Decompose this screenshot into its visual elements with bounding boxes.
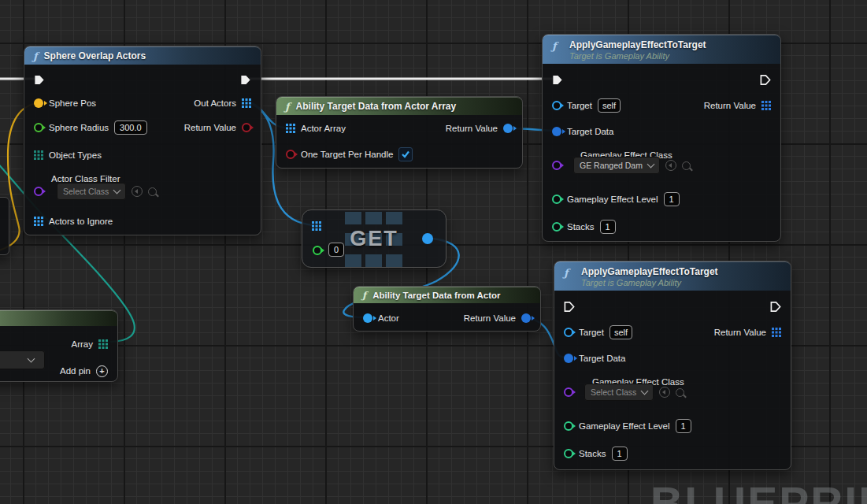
exec-out-pin[interactable]: [760, 74, 771, 86]
sphere-radius-pin[interactable]: [34, 123, 43, 132]
out-actors-label: Out Actors: [194, 98, 236, 108]
array-output-pin[interactable]: [98, 339, 108, 349]
one-target-per-handle-label: One Target Per Handle: [301, 150, 393, 159]
gameplay-effect-level-label: Gameplay Effect Level: [579, 421, 670, 431]
target-data-label: Target Data: [579, 354, 625, 363]
node-title: ApplyGameplayEffectToTarget: [569, 39, 706, 50]
stacks-input[interactable]: 1: [612, 447, 628, 461]
target-input[interactable]: self: [598, 98, 621, 113]
effect-class-value: GE Ranged Dam: [580, 161, 643, 170]
class-picker-dropdown[interactable]: Select Class: [57, 183, 126, 200]
chevron-down-icon: [28, 355, 35, 363]
out-actors-pin[interactable]: [242, 98, 251, 108]
object-types-pin[interactable]: [34, 150, 43, 160]
target-data-label: Target Data: [567, 127, 613, 136]
function-icon: ƒ: [564, 268, 569, 278]
target-input[interactable]: self: [609, 325, 632, 339]
node-header[interactable]: [0, 310, 117, 326]
index-input[interactable]: 0: [328, 243, 344, 257]
exec-out-pin[interactable]: [240, 74, 251, 86]
sphere-pos-label: Sphere Pos: [49, 98, 96, 108]
return-value-pin[interactable]: [761, 101, 771, 110]
node-ability-target-data-from-actor-array[interactable]: ƒ Ability Target Data from Actor Array A…: [276, 96, 523, 169]
node-header[interactable]: ƒ Ability Target Data from Actor: [354, 287, 540, 303]
function-icon: ƒ: [552, 41, 557, 51]
offscreen-node-fragment[interactable]: [0, 197, 9, 255]
stacks-pin[interactable]: [552, 222, 561, 232]
stacks-label: Stacks: [579, 449, 606, 458]
return-value-label: Return Value: [464, 313, 516, 323]
reset-to-default-icon[interactable]: [659, 387, 670, 398]
node-subtitle: Target is Gameplay Ability: [569, 51, 669, 61]
array-input-pin[interactable]: [312, 221, 321, 231]
one-target-per-handle-pin[interactable]: [286, 150, 295, 159]
actors-to-ignore-label: Actors to Ignore: [49, 217, 113, 226]
effect-class-dropdown[interactable]: Select Class: [584, 384, 654, 401]
blueprint-graph-canvas[interactable]: { "glyphs": { "function_icon": "ƒ", "plu…: [0, 0, 867, 504]
return-value-pin[interactable]: [772, 328, 781, 337]
reset-to-default-icon[interactable]: [665, 160, 676, 171]
gameplay-effect-level-label: Gameplay Effect Level: [567, 195, 658, 204]
return-value-label: Return Value: [446, 124, 498, 133]
actor-array-pin[interactable]: [286, 124, 295, 133]
browse-asset-icon[interactable]: [676, 388, 684, 397]
target-data-pin[interactable]: [564, 354, 573, 363]
element-output-pin[interactable]: [422, 233, 433, 244]
one-target-per-handle-checkbox[interactable]: [398, 147, 413, 161]
stacks-input[interactable]: 1: [600, 220, 616, 234]
node-apply-gameplay-effect-to-target-top[interactable]: ƒ ApplyGameplayEffectToTarget Target is …: [542, 34, 781, 242]
browse-asset-icon[interactable]: [148, 187, 157, 196]
node-header[interactable]: ƒ Sphere Overlap Actors: [24, 46, 261, 65]
function-icon: ƒ: [33, 51, 38, 61]
return-value-pin[interactable]: [503, 124, 513, 133]
node-title: Sphere Overlap Actors: [44, 50, 146, 61]
gameplay-effect-level-input[interactable]: 1: [676, 419, 691, 433]
node-header[interactable]: ƒ ApplyGameplayEffectToTarget Target is …: [554, 261, 791, 291]
sphere-pos-pin[interactable]: [34, 98, 43, 108]
chevron-down-icon: [641, 387, 649, 395]
browse-asset-icon[interactable]: [682, 161, 691, 170]
gameplay-effect-level-input[interactable]: 1: [664, 192, 680, 206]
stacks-pin[interactable]: [564, 449, 573, 458]
return-value-pin[interactable]: [521, 313, 531, 323]
node-apply-gameplay-effect-to-target-bottom[interactable]: ƒ ApplyGameplayEffectToTarget Target is …: [554, 261, 791, 470]
add-pin-icon[interactable]: +: [96, 365, 108, 377]
actor-array-label: Actor Array: [301, 124, 346, 133]
array-output-label: Array: [72, 339, 93, 349]
sphere-radius-label: Sphere Radius: [49, 123, 109, 132]
actor-pin[interactable]: [363, 313, 372, 323]
exec-in-pin[interactable]: [552, 74, 563, 86]
node-header[interactable]: ƒ Ability Target Data from Actor Array: [276, 97, 522, 115]
sphere-radius-input[interactable]: 300.0: [114, 120, 147, 135]
return-value-label: Return Value: [184, 123, 236, 132]
node-array-get[interactable]: GET 0: [302, 209, 446, 268]
array-node-pattern: [345, 212, 361, 224]
exec-in-pin[interactable]: [564, 301, 575, 313]
target-label: Target: [579, 328, 604, 337]
target-pin[interactable]: [564, 328, 573, 337]
gameplay-effect-level-pin[interactable]: [564, 421, 573, 431]
function-icon: ƒ: [362, 291, 366, 300]
exec-in-pin[interactable]: [34, 74, 45, 86]
effect-class-dropdown[interactable]: GE Ranged Dam: [573, 157, 660, 174]
gameplay-effect-class-pin[interactable]: [564, 387, 573, 397]
check-icon: [401, 150, 410, 159]
return-value-pin[interactable]: [242, 123, 251, 132]
gameplay-effect-level-pin[interactable]: [552, 195, 561, 204]
node-ability-target-data-from-actor[interactable]: ƒ Ability Target Data from Actor Actor R…: [353, 286, 541, 332]
index-pin[interactable]: [313, 246, 322, 255]
node-make-array[interactable]: Array Add pin +: [0, 309, 118, 382]
target-data-pin[interactable]: [552, 127, 561, 136]
node-header[interactable]: ƒ ApplyGameplayEffectToTarget Target is …: [543, 35, 780, 64]
return-value-label: Return Value: [704, 101, 756, 110]
target-pin[interactable]: [552, 101, 561, 110]
stacks-label: Stacks: [567, 222, 595, 232]
class-picker-value: Select Class: [63, 187, 109, 196]
exec-out-pin[interactable]: [770, 301, 781, 313]
actor-class-filter-pin[interactable]: [34, 187, 43, 196]
function-icon: ƒ: [285, 102, 290, 112]
node-sphere-overlap-actors[interactable]: ƒ Sphere Overlap Actors Sphere Pos Out A…: [24, 46, 261, 235]
gameplay-effect-class-pin[interactable]: [552, 161, 561, 170]
actors-to-ignore-pin[interactable]: [34, 217, 43, 226]
reset-to-default-icon[interactable]: [132, 186, 143, 197]
